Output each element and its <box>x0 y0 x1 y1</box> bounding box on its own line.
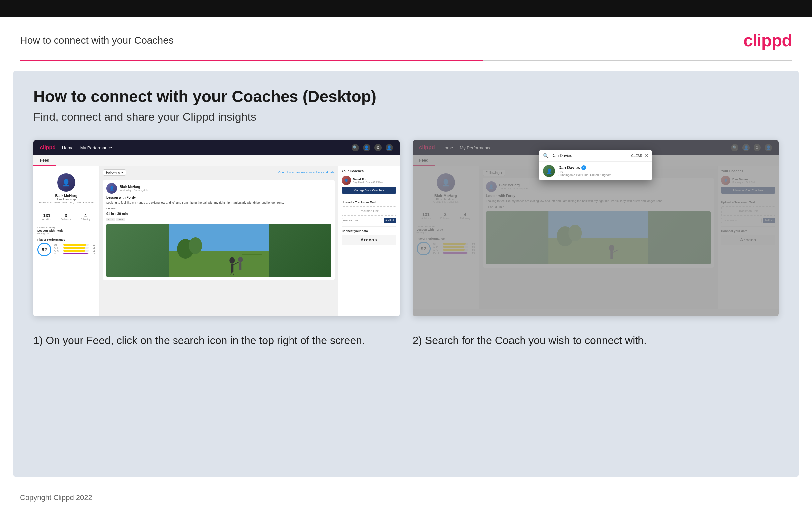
middle-panel-1: Following ▾ Control who can see your act… <box>100 166 338 316</box>
profile-section: 👤 Blair McHarg Plus Handicap Royal North… <box>37 170 95 207</box>
score-circle: 92 <box>37 243 51 256</box>
top-bar <box>0 0 812 17</box>
profile-club: Royal North Devon Golf Club, United King… <box>37 201 95 204</box>
header: How to connect with your Coaches clippd <box>0 17 812 54</box>
page-title: How to connect with your Coaches <box>20 35 174 46</box>
trackman-input-row: Add Link <box>342 218 396 223</box>
trackman-text: Trackman Link <box>345 209 393 213</box>
profile-avatar: 👤 <box>57 173 76 192</box>
duration-value: 01 hr : 30 min <box>106 212 331 216</box>
stat-following: 4 Following <box>81 213 91 220</box>
app-logo-1: clippd <box>40 145 55 151</box>
app-ui-2: clippd Home My Performance 🔍 👤 ⚙ 👤 Feed <box>413 140 779 316</box>
bar-app: APP 85 <box>54 247 95 249</box>
post-tags: OTT APP <box>106 218 331 221</box>
search-input-display[interactable]: Dan Davies <box>552 153 628 158</box>
golf-scene-svg <box>106 224 331 277</box>
search-nav-icon[interactable]: 🔍 <box>352 144 359 152</box>
post-name: Blair McHarg <box>120 185 148 188</box>
post-header: 👤 Blair McHarg Yesterday · Sunningdale <box>106 183 331 194</box>
main-content-area: How to connect with your Coaches (Deskto… <box>13 71 799 477</box>
bar-ott: OTT 90 <box>54 244 95 246</box>
following-button[interactable]: Following ▾ <box>103 169 126 176</box>
result-club: Sunningdale Golf Club, United Kingdom <box>558 173 611 177</box>
search-bar: 🔍 Dan Davies CLEAR × <box>539 150 652 162</box>
copyright-text: Copyright Clippd 2022 <box>20 493 92 502</box>
search-close-button[interactable]: × <box>645 153 648 159</box>
settings-nav-icon[interactable]: ⚙ <box>374 144 382 152</box>
coach-item: 👤 David Ford Royal North Devon Golf Club <box>342 176 396 185</box>
post-image <box>106 224 331 277</box>
score-circle-container: 92 OTT 90 APP <box>37 243 95 256</box>
control-link[interactable]: Control who can see your activity and da… <box>278 171 335 174</box>
svg-point-4 <box>189 237 202 254</box>
tag-ott: OTT <box>106 218 115 221</box>
coach-name: David Ford <box>353 178 383 181</box>
upload-title: Upload a Trackman Test <box>342 201 396 204</box>
manage-coaches-button[interactable]: Manage Your Coaches <box>342 187 396 194</box>
avatar-nav-icon[interactable]: 👤 <box>386 144 393 152</box>
profile-stats: 131 Activities 3 Followers 4 Following <box>37 210 95 223</box>
screenshot-1: clippd Home My Performance 🔍 👤 ⚙ 👤 Feed <box>33 140 399 316</box>
svg-rect-2 <box>242 254 262 255</box>
result-avatar: 👤 <box>543 165 555 177</box>
search-icon: 🔍 <box>543 153 549 158</box>
profile-name: Blair McHarg <box>37 194 95 198</box>
bar-putt: PUTT 96 <box>54 253 95 255</box>
connect-title: Connect your data <box>342 229 396 232</box>
stat-followers: 3 Followers <box>61 213 71 220</box>
score-bars: OTT 90 APP 85 <box>54 244 95 255</box>
result-role: Pro <box>558 170 611 173</box>
profile-handicap: Plus Handicap <box>37 198 95 201</box>
arccos-box: Arccos <box>342 235 396 245</box>
nav-my-performance[interactable]: My Performance <box>81 145 112 151</box>
main-subheading: Find, connect and share your Clippd insi… <box>33 111 779 123</box>
post-avatar: 👤 <box>106 183 117 194</box>
post-duration: Duration <box>106 207 331 210</box>
nav-home[interactable]: Home <box>62 145 74 151</box>
main-heading: How to connect with your Coaches (Deskto… <box>33 87 779 106</box>
nav-icons: 🔍 👤 ⚙ 👤 <box>352 144 393 152</box>
coaches-title: Your Coaches <box>342 169 396 173</box>
add-link-button[interactable]: Add Link <box>384 218 396 223</box>
connect-section: Connect your data Arccos <box>342 226 396 245</box>
verified-badge: ✓ <box>581 165 586 170</box>
coach-club: Royal North Devon Golf Club <box>353 181 383 183</box>
svg-rect-11 <box>239 263 241 270</box>
app-nav-1: clippd Home My Performance 🔍 👤 ⚙ 👤 <box>33 140 399 155</box>
post-card: 👤 Blair McHarg Yesterday · Sunningdale L… <box>103 180 335 281</box>
player-performance: Player Performance 92 OTT 90 <box>37 238 95 256</box>
post-title: Lesson with Fordy <box>106 196 331 199</box>
screenshots-row: clippd Home My Performance 🔍 👤 ⚙ 👤 Feed <box>33 140 779 316</box>
clippd-logo: clippd <box>743 30 792 50</box>
step-2-text: 2) Search for the Coach you wish to conn… <box>413 333 779 348</box>
right-panel-1: Your Coaches 👤 David Ford Royal North De… <box>338 166 399 316</box>
step-1-text: 1) On your Feed, click on the search ico… <box>33 333 399 348</box>
search-clear-button[interactable]: CLEAR <box>631 154 642 158</box>
trackman-box: Trackman Link <box>342 206 396 216</box>
search-result-item[interactable]: 👤 Dan Davies ✓ Pro Sunningdale Golf Club… <box>539 162 652 180</box>
stat-activities: 131 Activities <box>42 213 51 220</box>
footer: Copyright Clippd 2022 <box>0 487 812 508</box>
upload-section: Upload a Trackman Test Trackman Link Add… <box>342 198 396 223</box>
search-modal: 🔍 Dan Davies CLEAR × 👤 Dan Davies ✓ Pro <box>539 150 652 180</box>
bar-arg: ARG 86 <box>54 250 95 252</box>
tag-app: APP <box>116 218 125 221</box>
result-name: Dan Davies <box>558 165 580 170</box>
feed-tab[interactable]: Feed <box>33 155 56 166</box>
coach-avatar: 👤 <box>342 176 351 185</box>
trackman-input[interactable] <box>342 218 383 223</box>
post-content: Looking to feel like my hands are exitin… <box>106 201 331 205</box>
app-body-1: 👤 Blair McHarg Plus Handicap Royal North… <box>33 166 399 316</box>
step-row: 1) On your Feed, click on the search ico… <box>33 333 779 348</box>
app-ui-1: clippd Home My Performance 🔍 👤 ⚙ 👤 Feed <box>33 140 399 316</box>
screenshot-2: clippd Home My Performance 🔍 👤 ⚙ 👤 Feed <box>413 140 779 316</box>
latest-activity: Latest Activity Lesson with Fordy 03 Aug… <box>37 226 95 235</box>
svg-point-5 <box>229 257 235 264</box>
svg-point-10 <box>238 257 243 263</box>
post-meta: Yesterday · Sunningdale <box>120 188 148 192</box>
profile-nav-icon[interactable]: 👤 <box>363 144 370 152</box>
left-panel-1: 👤 Blair McHarg Plus Handicap Royal North… <box>33 166 100 316</box>
header-divider <box>20 60 792 61</box>
